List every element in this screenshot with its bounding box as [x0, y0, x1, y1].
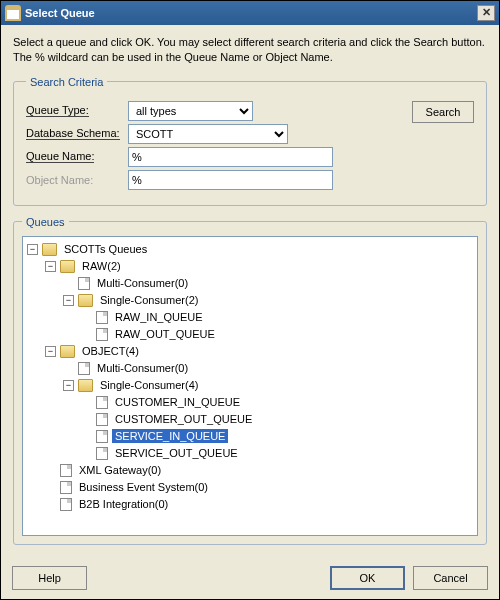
tree-item[interactable]: CUSTOMER_IN_QUEUE: [81, 394, 473, 411]
queues-legend: Queues: [22, 216, 69, 228]
collapse-icon[interactable]: −: [63, 295, 74, 306]
object-name-label: Object Name:: [26, 174, 128, 186]
tree-raw[interactable]: −RAW(2): [45, 258, 473, 275]
folder-open-icon: [78, 379, 93, 392]
queue-name-label: Queue Name:: [26, 150, 128, 163]
queue-type-select[interactable]: all types: [128, 101, 253, 121]
tree-b2b[interactable]: B2B Integration(0): [45, 496, 473, 513]
search-button[interactable]: Search: [412, 101, 474, 123]
app-icon: [5, 5, 21, 21]
file-icon: [60, 481, 72, 494]
collapse-icon[interactable]: −: [27, 244, 38, 255]
folder-open-icon: [42, 243, 57, 256]
queue-name-input[interactable]: [128, 147, 333, 167]
db-schema-select[interactable]: SCOTT: [128, 124, 288, 144]
file-icon: [96, 430, 108, 443]
queue-type-label: Queue Type:: [26, 104, 128, 117]
tree-bes[interactable]: Business Event System(0): [45, 479, 473, 496]
tree-object-single[interactable]: −Single-Consumer(4): [63, 377, 473, 394]
file-icon: [96, 328, 108, 341]
file-icon: [96, 447, 108, 460]
collapse-icon[interactable]: −: [63, 380, 74, 391]
collapse-icon[interactable]: −: [45, 346, 56, 357]
folder-open-icon: [60, 260, 75, 273]
collapse-icon[interactable]: −: [45, 261, 56, 272]
tree-xml[interactable]: XML Gateway(0): [45, 462, 473, 479]
tree-item[interactable]: SERVICE_OUT_QUEUE: [81, 445, 473, 462]
file-icon: [60, 498, 72, 511]
cancel-button[interactable]: Cancel: [413, 566, 488, 590]
search-criteria-legend: Search Criteria: [26, 76, 107, 88]
ok-button[interactable]: OK: [330, 566, 405, 590]
title-bar: Select Queue ✕: [1, 1, 499, 25]
button-bar: Help OK Cancel: [12, 566, 488, 590]
file-icon: [96, 311, 108, 324]
tree-object[interactable]: −OBJECT(4): [45, 343, 473, 360]
tree-root[interactable]: −SCOTTs Queues: [27, 241, 473, 258]
folder-open-icon: [60, 345, 75, 358]
file-icon: [78, 362, 90, 375]
object-name-input[interactable]: [128, 170, 333, 190]
tree-object-multi[interactable]: Multi-Consumer(0): [63, 360, 473, 377]
tree-item-selected[interactable]: SERVICE_IN_QUEUE: [81, 428, 473, 445]
file-icon: [60, 464, 72, 477]
folder-open-icon: [78, 294, 93, 307]
search-criteria-group: Search Criteria Queue Type: all types Se…: [13, 76, 487, 206]
queues-group: Queues −SCOTTs Queues −RAW(2) Multi-Cons…: [13, 216, 487, 545]
tree-raw-multi[interactable]: Multi-Consumer(0): [63, 275, 473, 292]
queues-tree[interactable]: −SCOTTs Queues −RAW(2) Multi-Consumer(0)…: [22, 236, 478, 536]
window-title: Select Queue: [25, 7, 477, 19]
tree-item[interactable]: RAW_IN_QUEUE: [81, 309, 473, 326]
help-button[interactable]: Help: [12, 566, 87, 590]
file-icon: [78, 277, 90, 290]
tree-raw-single[interactable]: −Single-Consumer(2): [63, 292, 473, 309]
instructions-text: Select a queue and click OK. You may sel…: [13, 35, 487, 66]
tree-item[interactable]: RAW_OUT_QUEUE: [81, 326, 473, 343]
db-schema-label: Database Schema:: [26, 127, 128, 140]
tree-item[interactable]: CUSTOMER_OUT_QUEUE: [81, 411, 473, 428]
file-icon: [96, 396, 108, 409]
close-icon[interactable]: ✕: [477, 5, 495, 21]
file-icon: [96, 413, 108, 426]
